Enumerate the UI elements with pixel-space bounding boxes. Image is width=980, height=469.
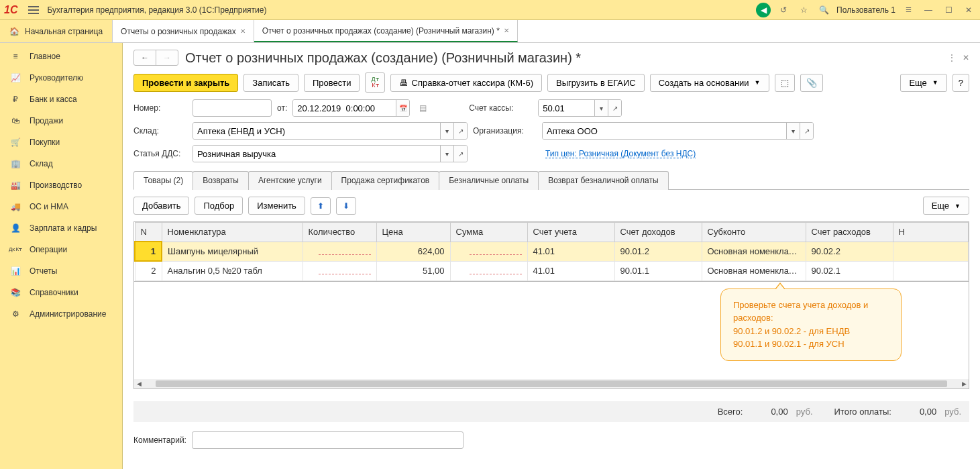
comment-input[interactable] xyxy=(192,431,464,449)
sidebar-item-assets[interactable]: 🚚ОС и НМА xyxy=(0,196,122,217)
cell-nomenclature[interactable]: Шампунь мицелярный xyxy=(162,242,303,261)
col-qty[interactable]: Количество xyxy=(303,223,376,242)
more-button[interactable]: Еще▼ xyxy=(900,74,946,92)
cell-income[interactable]: 90.01.1 xyxy=(614,261,702,280)
cashier-report-button[interactable]: 🖶Справка-отчет кассира (КМ-6) xyxy=(390,74,543,92)
col-subconto[interactable]: Субконто xyxy=(702,223,806,242)
move-down-button[interactable]: ⬇ xyxy=(336,197,356,215)
nav-back-button[interactable]: ← xyxy=(134,50,156,65)
more-menu-icon[interactable]: ⋮ xyxy=(948,53,956,62)
col-account[interactable]: Счет учета xyxy=(527,223,614,242)
open-ref-icon[interactable]: ↗ xyxy=(800,123,813,139)
open-ref-icon[interactable]: ↗ xyxy=(453,146,467,162)
close-document-icon[interactable]: ✕ xyxy=(963,53,969,62)
subtab-returns[interactable]: Возвраты xyxy=(193,171,249,190)
edit-row-button[interactable]: Изменить xyxy=(248,197,305,215)
cell-income[interactable]: 90.01.2 xyxy=(614,242,702,261)
user-menu-icon[interactable]: ☰ xyxy=(901,3,916,17)
attachments-button[interactable]: 📎 xyxy=(800,74,823,92)
cell-qty[interactable] xyxy=(303,261,376,280)
scroll-right-icon[interactable]: ▶ xyxy=(959,379,969,388)
warehouse-input[interactable]: ▾↗ xyxy=(193,122,468,140)
cell-extra[interactable] xyxy=(893,261,969,280)
nav-forward-button[interactable]: → xyxy=(156,50,178,65)
cell-expense[interactable]: 90.02.2 xyxy=(806,242,893,261)
post-button[interactable]: Провести xyxy=(304,74,360,92)
cell-nomenclature[interactable]: Анальгин 0,5 №20 табл xyxy=(162,261,303,280)
calendar-icon[interactable]: 📅 xyxy=(396,100,409,116)
number-input[interactable] xyxy=(193,99,272,117)
tab-current-doc[interactable]: Отчет о розничных продажах (создание) (Р… xyxy=(254,20,518,42)
tab-reports-list[interactable]: Отчеты о розничных продажах ✕ xyxy=(113,20,254,42)
open-ref-icon[interactable]: ↗ xyxy=(608,100,621,116)
dds-input[interactable]: ▾↗ xyxy=(193,145,468,162)
scroll-left-icon[interactable]: ◀ xyxy=(134,379,144,388)
goods-grid[interactable]: N Номенклатура Количество Цена Сумма Сче… xyxy=(133,221,969,282)
open-ref-icon[interactable]: ↗ xyxy=(453,123,467,139)
post-and-close-button[interactable]: Провести и закрыть xyxy=(133,74,238,92)
grid-empty-area[interactable]: Проверьте счета учета доходов и расходов… xyxy=(133,282,969,389)
search-icon[interactable]: 🔍 xyxy=(816,3,831,17)
close-tab-icon[interactable]: ✕ xyxy=(504,27,509,34)
sidebar-item-bank[interactable]: ₽Банк и касса xyxy=(0,89,122,110)
home-tab[interactable]: 🏠 Начальная страница xyxy=(0,20,113,42)
subtab-cashless-return[interactable]: Возврат безналичной оплаты xyxy=(538,171,668,190)
create-based-button[interactable]: Создать на основании▼ xyxy=(650,74,769,92)
col-sum[interactable]: Сумма xyxy=(450,223,527,242)
window-close[interactable]: ✕ xyxy=(961,3,976,17)
date-input[interactable]: 📅 xyxy=(292,99,410,117)
grid-row[interactable]: 1 Шампунь мицелярный 624,00 41.01 90.01.… xyxy=(135,242,969,261)
sidebar-item-admin[interactable]: ⚙Администрирование xyxy=(0,303,122,325)
window-minimize[interactable]: — xyxy=(921,3,936,17)
doc-status-icon[interactable]: ▤ xyxy=(415,101,430,115)
cell-price[interactable]: 624,00 xyxy=(376,242,450,261)
cell-subconto[interactable]: Основная номенклату... xyxy=(702,261,806,280)
col-n[interactable]: N xyxy=(135,223,162,242)
chevron-down-icon[interactable]: ▾ xyxy=(440,146,453,162)
sidebar-item-catalogs[interactable]: 📚Справочники xyxy=(0,282,122,303)
sidebar-item-purchases[interactable]: 🛒Покупки xyxy=(0,132,122,153)
col-nomenclature[interactable]: Номенклатура xyxy=(162,223,303,242)
chevron-down-icon[interactable]: ▾ xyxy=(440,123,453,139)
col-extra[interactable]: Н xyxy=(893,223,969,242)
dtkt-button[interactable]: ДᴛКᴛ xyxy=(365,72,384,93)
sidebar-item-operations[interactable]: ДᴋКᴛОперации xyxy=(0,239,122,260)
cell-sum[interactable] xyxy=(450,242,527,261)
grid-row[interactable]: 2 Анальгин 0,5 №20 табл 51,00 41.01 90.0… xyxy=(135,261,969,280)
pick-button[interactable]: Подбор xyxy=(195,197,243,215)
cash-account-input[interactable]: ▾↗ xyxy=(538,99,622,117)
subtab-agent[interactable]: Агентские услуги xyxy=(248,171,332,190)
cell-qty[interactable] xyxy=(303,242,376,261)
favorites-icon[interactable]: ☆ xyxy=(796,3,811,17)
subtab-cashless[interactable]: Безналичные оплаты xyxy=(439,171,539,190)
sidebar-item-reports[interactable]: 📊Отчеты xyxy=(0,260,122,282)
sidebar-item-warehouse[interactable]: 🏢Склад xyxy=(0,153,122,174)
sidebar-item-production[interactable]: 🏭Производство xyxy=(0,174,122,196)
announcement-icon[interactable]: ◀ xyxy=(756,3,771,17)
help-button[interactable]: ? xyxy=(952,74,969,92)
chevron-down-icon[interactable]: ▾ xyxy=(786,123,800,139)
cell-subconto[interactable]: Основная номенклату... xyxy=(702,242,806,261)
chevron-down-icon[interactable]: ▾ xyxy=(594,100,608,116)
close-tab-icon[interactable]: ✕ xyxy=(240,28,246,35)
horizontal-scrollbar[interactable]: ◀▶ xyxy=(134,379,969,388)
sidebar-item-manager[interactable]: 📈Руководителю xyxy=(0,67,122,89)
org-input[interactable]: ▾↗ xyxy=(542,122,814,140)
col-expense[interactable]: Счет расходов xyxy=(806,223,893,242)
scroll-thumb[interactable] xyxy=(156,380,947,387)
cell-account[interactable]: 41.01 xyxy=(527,261,614,280)
add-row-button[interactable]: Добавить xyxy=(133,197,189,215)
window-maximize[interactable]: ☐ xyxy=(941,3,956,17)
sidebar-item-salary[interactable]: 👤Зарплата и кадры xyxy=(0,217,122,239)
save-button[interactable]: Записать xyxy=(243,74,298,92)
cell-n[interactable]: 1 xyxy=(135,242,162,261)
col-income[interactable]: Счет доходов xyxy=(614,223,702,242)
grid-more-button[interactable]: Еще▼ xyxy=(923,197,969,215)
main-menu-icon[interactable] xyxy=(28,4,40,16)
sidebar-item-sales[interactable]: 🛍Продажи xyxy=(0,110,122,132)
cell-extra[interactable] xyxy=(893,242,969,261)
user-label[interactable]: Пользователь 1 xyxy=(836,5,895,15)
cell-sum[interactable] xyxy=(450,261,527,280)
sidebar-item-main[interactable]: ≡Главное xyxy=(0,46,122,67)
history-icon[interactable]: ↺ xyxy=(776,3,791,17)
